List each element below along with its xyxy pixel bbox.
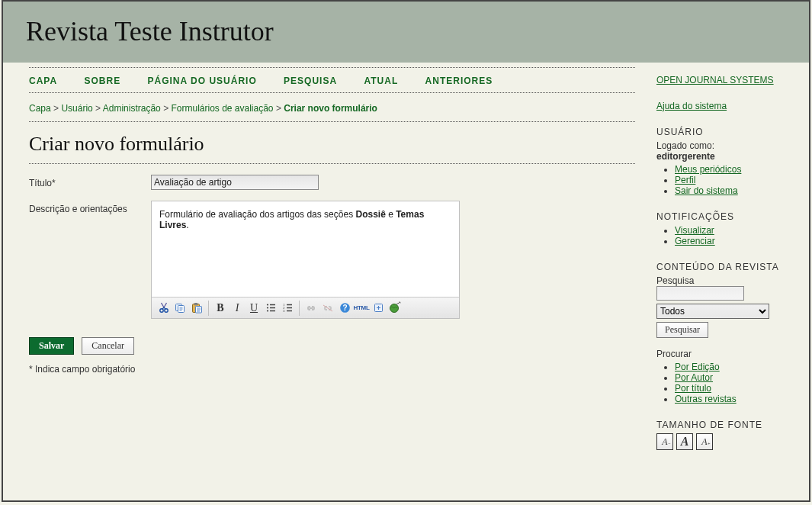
crumb-administracao[interactable]: Administração xyxy=(103,103,161,114)
label-descricao: Descrição e orientações xyxy=(29,201,151,214)
browse-author-link[interactable]: Por Autor xyxy=(675,372,713,383)
ojs-link[interactable]: OPEN JOURNAL SYSTEMS xyxy=(656,75,774,85)
svg-text:3: 3 xyxy=(283,309,285,313)
search-scope-select[interactable]: Todos xyxy=(656,304,769,319)
world-icon[interactable] xyxy=(387,300,403,317)
rich-text-editor: Formulário de avaliação dos artigos das … xyxy=(151,201,460,319)
svg-text:?: ? xyxy=(342,304,347,312)
content-title: CONTEÚDO DA REVISTA xyxy=(656,262,792,272)
logged-as-label: Logado como: xyxy=(656,140,792,151)
crumb-current: Criar novo formulário xyxy=(284,103,377,114)
save-button[interactable]: Salvar xyxy=(29,337,74,355)
browse-other-link[interactable]: Outras revistas xyxy=(675,394,737,404)
page-title: Criar novo formulário xyxy=(29,133,635,164)
font-small-button[interactable]: A⁻ xyxy=(656,433,673,450)
notif-view-link[interactable]: Visualizar xyxy=(675,225,714,236)
system-help-link[interactable]: Ajuda do sistema xyxy=(656,101,727,111)
nav-sobre[interactable]: SOBRE xyxy=(84,76,120,86)
journal-title: Revista Teste Instrutor xyxy=(26,15,786,47)
paste-icon[interactable] xyxy=(188,300,205,317)
unordered-list-icon[interactable] xyxy=(262,300,279,317)
breadcrumb: Capa > Usuário > Administração > Formulá… xyxy=(29,93,635,122)
svg-point-7 xyxy=(266,304,268,305)
nav-capa[interactable]: CAPA xyxy=(29,76,57,86)
browse-title-link[interactable]: Por título xyxy=(675,383,711,394)
crumb-usuario[interactable]: Usuário xyxy=(61,103,92,114)
user-block-title: USUÁRIO xyxy=(656,127,792,137)
search-label: Pesquisa xyxy=(656,275,792,286)
bold-icon[interactable]: B xyxy=(212,300,229,317)
browse-label: Procurar xyxy=(656,349,792,359)
primary-nav: CAPA SOBRE PÁGINA DO USUÁRIO PESQUISA AT… xyxy=(29,67,635,93)
required-note: * Indica campo obrigatório xyxy=(29,364,635,375)
italic-icon[interactable]: I xyxy=(229,300,246,317)
copy-icon[interactable] xyxy=(172,300,188,317)
notif-title: NOTIFICAÇÕES xyxy=(656,211,792,222)
username: editorgerente xyxy=(656,151,792,162)
cancel-button[interactable]: Cancelar xyxy=(82,337,134,355)
clean-icon[interactable] xyxy=(370,300,387,317)
font-size-title: TAMANHO DE FONTE xyxy=(656,420,792,430)
editor-toolbar: B I U 123 xyxy=(152,297,459,318)
nav-anteriores[interactable]: ANTERIORES xyxy=(425,76,493,86)
site-header: Revista Teste Instrutor xyxy=(3,2,809,63)
svg-rect-5 xyxy=(194,304,197,305)
cut-icon[interactable] xyxy=(155,300,172,317)
notif-manage-link[interactable]: Gerenciar xyxy=(675,236,715,246)
titulo-input[interactable] xyxy=(151,175,319,190)
sidebar-search-button[interactable]: Pesquisar xyxy=(656,322,708,338)
html-icon[interactable]: HTML xyxy=(353,300,370,317)
label-titulo: Título* xyxy=(29,175,151,188)
crumb-capa[interactable]: Capa xyxy=(29,103,51,114)
unlink-icon[interactable] xyxy=(319,300,336,317)
link-icon[interactable] xyxy=(303,300,319,317)
nav-pesquisa[interactable]: PESQUISA xyxy=(284,76,337,86)
font-medium-button[interactable]: A xyxy=(676,433,693,450)
font-large-button[interactable]: A⁺ xyxy=(696,433,713,450)
crumb-formularios[interactable]: Formulários de avaliação xyxy=(171,103,273,114)
sidebar: OPEN JOURNAL SYSTEMS Ajuda do sistema US… xyxy=(656,63,809,465)
svg-point-8 xyxy=(266,307,268,308)
profile-link[interactable]: Perfil xyxy=(675,175,695,185)
my-journals-link[interactable]: Meus periódicos xyxy=(675,164,741,175)
help-icon[interactable]: ? xyxy=(336,300,353,317)
nav-pagina-usuario[interactable]: PÁGINA DO USUÁRIO xyxy=(148,76,257,86)
svg-point-16 xyxy=(390,304,398,313)
logout-link[interactable]: Sair do sistema xyxy=(675,185,738,196)
nav-atual[interactable]: ATUAL xyxy=(364,76,398,86)
svg-point-9 xyxy=(266,310,268,311)
editor-content[interactable]: Formulário de avaliação dos artigos das … xyxy=(152,201,459,297)
browse-issue-link[interactable]: Por Edição xyxy=(675,362,720,372)
underline-icon[interactable]: U xyxy=(246,300,262,317)
sidebar-search-input[interactable] xyxy=(656,286,744,301)
ordered-list-icon[interactable]: 123 xyxy=(279,300,296,317)
